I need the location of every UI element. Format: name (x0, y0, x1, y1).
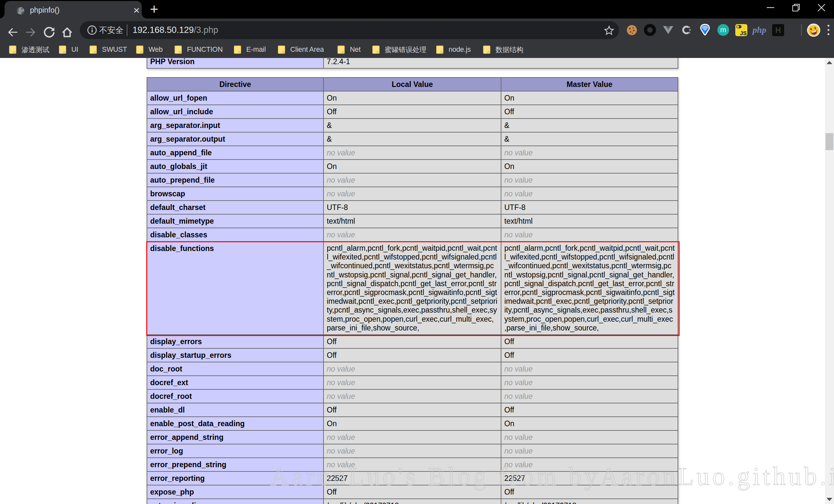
master-value-cell: no value (501, 458, 678, 472)
master-value-cell: pcntl_alarm,pcntl_fork,pcntl_waitpid,pcn… (501, 242, 678, 335)
c-colon-extension-icon[interactable] (680, 23, 693, 37)
directive-cell: allow_url_include (147, 105, 324, 118)
scrollbar-up-arrow[interactable] (825, 58, 834, 67)
directives-table-body: allow_url_fopenOnOnallow_url_includeOffO… (147, 91, 678, 504)
table-row: browscapno valueno value (147, 187, 678, 201)
window-controls (758, 0, 834, 15)
address-bar[interactable]: 不安全 192.168.50.129/3.php (80, 21, 619, 39)
local-value-cell: no value (324, 389, 501, 403)
table-row: docref_extno valueno value (147, 376, 678, 389)
directive-cell: disable_functions (147, 242, 324, 335)
local-value-cell: Off (324, 335, 501, 348)
folder-icon (372, 46, 379, 54)
master-value-cell: UTF-8 (501, 201, 678, 214)
v-chevron-extension-icon[interactable] (662, 23, 675, 37)
globe-favicon-icon (16, 6, 25, 15)
local-value-cell: no value (324, 376, 501, 389)
forward-button[interactable] (23, 24, 39, 40)
table-row: expose_phpOffOff (147, 485, 678, 499)
bookmark-item[interactable]: E-mail (234, 41, 266, 58)
scrollbar-down-arrow[interactable] (825, 495, 834, 504)
teal-m-extension-icon[interactable]: m (717, 23, 730, 37)
url-host: 192.168.50.129 (133, 25, 194, 35)
js-badge-label: JS (740, 30, 747, 37)
master-value-cell: text/html (501, 214, 678, 228)
bookmark-label: node.js (448, 46, 471, 54)
bookmark-item[interactable]: Web (136, 41, 162, 58)
tab-strip: phpinfo() × + (0, 0, 834, 19)
table-row: allow_url_fopenOnOn (147, 91, 678, 105)
omnibox-separator (127, 24, 127, 36)
directive-cell: docref_ext (147, 376, 324, 389)
bookmark-label: E-mail (246, 46, 266, 54)
not-secure-label: 不安全 (99, 21, 124, 39)
bookmark-item[interactable]: 蜜罐错误处理 (372, 41, 426, 58)
browser-chrome: phpinfo() × + (0, 0, 834, 58)
php-badge-extension-icon[interactable]: php (753, 23, 766, 37)
reload-button[interactable] (41, 24, 57, 40)
master-value-cell: On (501, 160, 678, 173)
profile-avatar[interactable] (807, 23, 820, 37)
home-button[interactable] (59, 24, 75, 40)
folder-icon (436, 46, 443, 54)
column-header-directive: Directive (147, 77, 324, 91)
master-value-cell: 22527 (501, 472, 678, 485)
master-value-cell: no value (501, 430, 678, 444)
bookmarks-bar: 渗透测试UISWUSTWebFUNCTIONE-mailClient AreaN… (0, 41, 834, 58)
window-close-button[interactable] (809, 0, 834, 15)
master-value-cell: On (501, 417, 678, 430)
scrollbar[interactable] (825, 58, 834, 504)
column-header-local-value: Local Value (324, 77, 501, 91)
tab-close-icon[interactable]: × (131, 5, 142, 16)
master-value-cell: no value (501, 146, 678, 160)
table-header-row: Directive Local Value Master Value (147, 77, 678, 91)
bookmark-item[interactable]: 渗透测试 (9, 41, 49, 58)
master-value-cell: /usr/lib/php/20170718 (501, 499, 678, 504)
folder-icon (175, 46, 182, 54)
browser-tab[interactable]: phpinfo() × (4, 1, 142, 19)
h-badge-label: H (775, 26, 781, 35)
table-row: PHP Version 7.2.4-1 (147, 58, 678, 68)
local-value-cell: Off (324, 348, 501, 362)
back-button[interactable] (5, 24, 21, 40)
bookmark-item[interactable]: Net (337, 41, 360, 58)
table-row: display_startup_errorsOffOff (147, 348, 678, 362)
cookie-extension-icon[interactable] (625, 23, 638, 37)
directive-cell: default_charset (147, 201, 324, 214)
scrollbar-thumb[interactable] (826, 133, 833, 150)
directive-cell: arg_separator.output (147, 132, 324, 146)
screen: phpinfo() × + (0, 0, 834, 504)
table-row: disable_functionspcntl_alarm,pcntl_fork,… (147, 242, 678, 335)
window-restore-button[interactable] (783, 0, 809, 15)
js-badge-extension-icon[interactable]: JS (734, 23, 748, 37)
directive-cell: error_reporting (147, 472, 324, 485)
local-value-cell: /usr/lib/php/20170718 (324, 499, 501, 504)
local-value-cell: no value (324, 430, 501, 444)
table-row: auto_prepend_fileno valueno value (147, 173, 678, 187)
h-badge-extension-icon[interactable]: H (771, 23, 785, 37)
bookmark-label: Web (149, 46, 162, 54)
page-info-icon[interactable] (87, 25, 97, 35)
bookmark-item[interactable]: 数据结构 (483, 41, 523, 58)
bookmark-item[interactable]: SWUST (90, 41, 127, 58)
master-value-cell: no value (501, 187, 678, 201)
local-value-cell: no value (324, 146, 501, 160)
bookmark-item[interactable]: FUNCTION (175, 41, 222, 58)
blue-kite-extension-icon[interactable] (699, 23, 711, 37)
local-value-cell: & (324, 118, 501, 132)
directive-cell: auto_prepend_file (147, 173, 324, 187)
page-content: PHP Version 7.2.4-1 Directive Local Valu… (0, 58, 834, 504)
dark-ring-extension-icon[interactable] (643, 23, 656, 37)
new-tab-button[interactable]: + (146, 1, 162, 17)
bookmark-star-icon[interactable] (604, 25, 614, 36)
bookmark-label: SWUST (102, 46, 127, 54)
browser-menu-icon[interactable] (826, 24, 831, 36)
bookmark-item[interactable]: Client Area (278, 41, 324, 58)
local-value-cell: no value (324, 187, 501, 201)
directive-cell: display_errors (147, 335, 324, 348)
bookmark-item[interactable]: UI (59, 41, 78, 58)
bookmark-item[interactable]: node.js (436, 41, 471, 58)
window-minimize-button[interactable] (758, 0, 783, 15)
column-header-master-value: Master Value (501, 77, 678, 91)
table-row: doc_rootno valueno value (147, 362, 678, 376)
